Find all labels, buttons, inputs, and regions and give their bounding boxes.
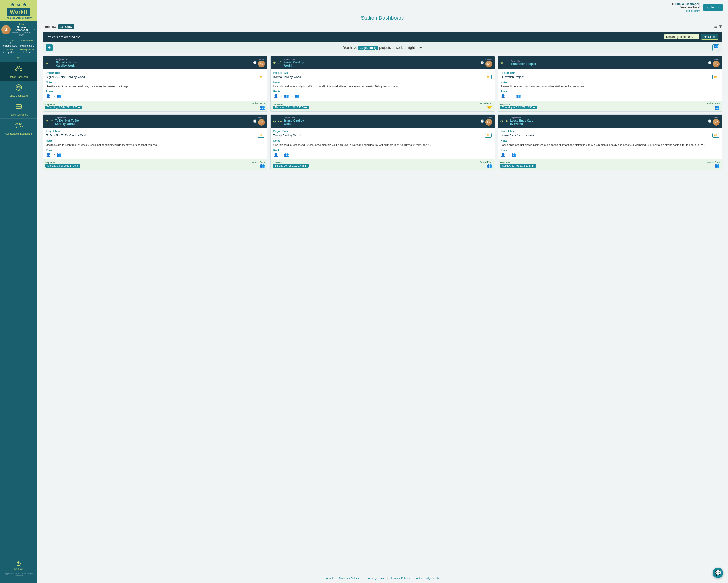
station-nav-label: Station Dashboard bbox=[9, 76, 28, 78]
notes-label: Notes bbox=[501, 140, 719, 142]
route-icon: 👥 bbox=[56, 94, 61, 99]
support-button[interactable]: 🔧 Support bbox=[703, 4, 723, 10]
card-header: ⚙ ⇌ Project Line Signal vs NoiseCard by … bbox=[43, 56, 267, 69]
notes-label: Notes bbox=[274, 140, 492, 142]
show-button[interactable]: 👁 Show bbox=[701, 34, 719, 40]
project-line-name: Trump Card byWorkli bbox=[284, 119, 304, 126]
footer-mission[interactable]: Mission & Values bbox=[339, 577, 359, 580]
avatar: NK bbox=[1, 25, 10, 34]
trains-nav-label: Trains Dashboard bbox=[9, 113, 28, 116]
support-icon: 🔧 bbox=[706, 6, 709, 9]
card-footer: Departure Thursday, 3 Feb 2022 17:30 ▶ A… bbox=[43, 101, 267, 111]
project-line-label: Project Line bbox=[510, 116, 534, 119]
add-project-button[interactable]: + bbox=[46, 44, 53, 51]
sidebar-profile: NK Station Natalio Krasnogor Workli's Fo… bbox=[0, 21, 37, 38]
add-collaborator-button[interactable]: 👥+ bbox=[712, 44, 719, 51]
edit-profile-icon[interactable]: ✏ bbox=[17, 56, 20, 60]
notes-text: Use this card to keep track of weekly ta… bbox=[46, 143, 264, 147]
logo-brand: Workli bbox=[7, 8, 30, 16]
route-icon: 👤 bbox=[274, 152, 278, 157]
project-train-label: Project Train bbox=[501, 130, 719, 133]
project-card: ⚙ ◎ Project Line Trump Card byWorkli 🕐 O… bbox=[270, 114, 495, 170]
time-bar: Time now: 19:52:57 ≡ ⊞ bbox=[43, 24, 722, 29]
notes-text: Loose ends and unfinished business are a… bbox=[501, 143, 719, 147]
route-icon: 👤 bbox=[501, 152, 505, 157]
notes-label: Notes bbox=[274, 81, 492, 84]
route-label: Route bbox=[274, 149, 492, 151]
grid-view-button[interactable]: ⊞ bbox=[719, 24, 722, 29]
clock-icon: 🕐 bbox=[708, 119, 711, 123]
footer-about[interactable]: About bbox=[326, 577, 333, 580]
route-icon: 👥 bbox=[294, 94, 300, 99]
project-train-label: Project Train bbox=[46, 130, 264, 133]
page-footer: About | Mission & Values | Knowledge Bas… bbox=[37, 573, 728, 583]
sidebar-item-collaborators[interactable]: Collaborators Dashboard bbox=[0, 118, 37, 137]
open-train-button[interactable]: 📂 bbox=[485, 133, 492, 138]
projects-count: 12 (out of 6) bbox=[358, 46, 378, 50]
open-train-button[interactable]: 📂 bbox=[712, 75, 719, 79]
open-train-button[interactable]: 📂 bbox=[712, 133, 719, 138]
greeting-hi: Hi bbox=[671, 2, 674, 6]
order-select[interactable]: Departing Time - 0..9 bbox=[664, 34, 699, 39]
card-type-icon: ● bbox=[505, 119, 508, 124]
card-header: ⚙ ● Project Line Loose Ends Cardby Workl… bbox=[498, 115, 722, 128]
notes-label: Notes bbox=[46, 81, 264, 84]
project-line-name: Signal vs NoiseCard by Workli bbox=[56, 60, 77, 67]
logo-tagline: The Deep Work Company bbox=[5, 17, 32, 19]
sidebar: Workli The Deep Work Company NK Station … bbox=[0, 0, 37, 583]
edit-account-link[interactable]: edit account bbox=[686, 9, 700, 12]
logo-area: Workli The Deep Work Company bbox=[0, 0, 37, 21]
departure-label: Departure bbox=[46, 162, 80, 164]
card-gear-icon[interactable]: ⚙ bbox=[273, 119, 276, 123]
card-gear-icon[interactable]: ⚙ bbox=[273, 61, 276, 65]
owner-avatar: NK bbox=[713, 60, 720, 67]
card-type-icon: ≡ bbox=[51, 119, 53, 124]
card-gear-icon[interactable]: ⚙ bbox=[500, 61, 503, 65]
owner-label: Owner bbox=[713, 116, 720, 119]
train-name: Karma Card by Workli bbox=[274, 75, 302, 79]
footer-knowledge[interactable]: Knowledge Base bbox=[365, 577, 385, 580]
open-train-button[interactable]: 📂 bbox=[258, 133, 264, 138]
svg-point-24 bbox=[20, 108, 21, 109]
route-icon: 👤 bbox=[501, 94, 505, 99]
open-train-button[interactable]: 📂 bbox=[485, 75, 492, 79]
sidebar-item-trains[interactable]: Trains Dashboard bbox=[0, 100, 37, 118]
project-card: ⚙ ⇌ Project Line Karma Card byWorkli 🕐 O… bbox=[270, 56, 495, 112]
lines-icon bbox=[15, 83, 23, 93]
sidebar-stats: Follows 3 collaborators Followed by 1 co… bbox=[0, 38, 37, 55]
sidebar-item-lines[interactable]: Lines Dashboard bbox=[0, 81, 37, 100]
cards-grid: ⚙ ⇌ Project Line Signal vs NoiseCard by … bbox=[43, 56, 722, 170]
svg-point-16 bbox=[18, 89, 19, 90]
arrived-label: Arrived From bbox=[707, 102, 720, 105]
svg-point-9 bbox=[20, 69, 22, 71]
card-gear-icon[interactable]: ⚙ bbox=[46, 61, 49, 65]
card-type-icon: ⇌ bbox=[505, 60, 509, 65]
project-train-label: Project Train bbox=[274, 130, 492, 133]
project-line-label: Project Line bbox=[511, 60, 536, 62]
open-train-button[interactable]: 📂 bbox=[258, 75, 264, 79]
project-line-label: Project Line bbox=[56, 58, 77, 60]
svg-point-23 bbox=[16, 108, 17, 109]
owner-label: Owner bbox=[258, 58, 265, 60]
departure-date: Thursday, 3 Feb 2022 17:30 ▶ bbox=[273, 106, 309, 109]
signout-label: Sign out bbox=[14, 567, 23, 570]
route-icon: 👥 bbox=[284, 152, 289, 157]
card-gear-icon[interactable]: ⚙ bbox=[46, 119, 49, 123]
project-line-name: Loose Ends Cardby Workli bbox=[510, 119, 534, 126]
profile-station: Station bbox=[11, 23, 32, 26]
list-view-button[interactable]: ≡ bbox=[714, 24, 717, 29]
route-icon: → bbox=[290, 94, 293, 99]
sidebar-item-station[interactable]: Station Dashboard bbox=[0, 62, 37, 81]
footer-acknowledgements[interactable]: Acknowledgements bbox=[416, 577, 439, 580]
profile-expand-icon[interactable]: → bbox=[32, 28, 36, 32]
svg-point-7 bbox=[18, 66, 20, 68]
signout-button[interactable]: ⏻ Sign out bbox=[0, 558, 37, 571]
card-gear-icon[interactable]: ⚙ bbox=[500, 119, 503, 123]
departure-date: Thursday, 3 Feb 2022 19:50 ▶ bbox=[500, 106, 537, 109]
footer-terms[interactable]: Terms & Policies bbox=[391, 577, 410, 580]
svg-point-25 bbox=[18, 123, 20, 125]
departure-date: Sunday, 20 Feb 2022 17:33 ▶ bbox=[500, 164, 536, 168]
route-icon: → bbox=[52, 152, 56, 157]
chat-bubble-button[interactable]: 💬 bbox=[713, 568, 723, 578]
card-footer: Departure Sunday, 20 Feb 2022 17:33 ▶ Ar… bbox=[498, 159, 722, 170]
